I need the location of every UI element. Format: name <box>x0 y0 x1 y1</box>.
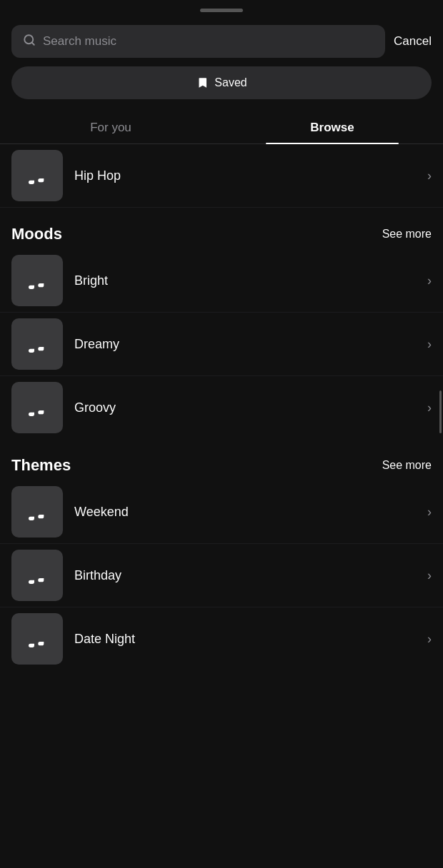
music-note-icon <box>26 500 49 523</box>
theme-label-date-night: Date Night <box>63 632 427 647</box>
chevron-right-icon: › <box>427 400 432 415</box>
genre-item-hip-hop[interactable]: Hip Hop › <box>0 144 443 208</box>
mood-label-dreamy: Dreamy <box>63 337 427 352</box>
genre-label-hip-hop: Hip Hop <box>63 168 427 183</box>
moods-see-more-button[interactable]: See more <box>382 228 432 241</box>
search-input-wrapper[interactable]: Search music <box>11 25 385 58</box>
theme-item-date-night[interactable]: Date Night › <box>0 607 443 670</box>
cancel-button[interactable]: Cancel <box>394 34 432 49</box>
chevron-right-icon: › <box>427 632 432 647</box>
music-note-icon <box>26 269 49 292</box>
music-note-icon <box>26 396 49 419</box>
search-icon <box>23 34 36 49</box>
themes-title: Themes <box>11 456 71 475</box>
saved-button-label: Saved <box>214 76 247 89</box>
saved-button[interactable]: Saved <box>11 66 432 99</box>
tab-for-you[interactable]: For you <box>0 111 222 143</box>
music-thumb-dreamy <box>11 318 63 370</box>
theme-item-weekend[interactable]: Weekend › <box>0 480 443 544</box>
music-thumb-weekend <box>11 486 63 538</box>
theme-label-weekend: Weekend <box>63 505 427 520</box>
themes-list: Weekend › Birthday › Date Night › <box>0 480 443 670</box>
themes-section-header: Themes See more <box>0 439 443 480</box>
music-note-icon <box>26 333 49 355</box>
mood-item-groovy[interactable]: Groovy › <box>0 376 443 439</box>
chevron-right-icon: › <box>427 273 432 288</box>
music-note-icon <box>26 564 49 587</box>
mood-item-dreamy[interactable]: Dreamy › <box>0 313 443 376</box>
chevron-right-icon: › <box>427 337 432 352</box>
tab-browse[interactable]: Browse <box>222 111 443 143</box>
themes-see-more-button[interactable]: See more <box>382 459 432 472</box>
bookmark-icon <box>196 76 209 89</box>
chevron-right-icon: › <box>427 168 432 183</box>
chevron-right-icon: › <box>427 505 432 520</box>
moods-section-header: Moods See more <box>0 208 443 249</box>
music-note-icon <box>26 164 49 187</box>
music-thumb-hip-hop <box>11 150 63 201</box>
drag-handle <box>0 0 443 18</box>
music-note-icon <box>26 627 49 650</box>
mood-label-groovy: Groovy <box>63 400 427 415</box>
music-thumb-groovy <box>11 382 63 433</box>
music-thumb-birthday <box>11 550 63 601</box>
music-thumb-date-night <box>11 613 63 665</box>
theme-item-birthday[interactable]: Birthday › <box>0 544 443 607</box>
tabs-row: For you Browse <box>0 111 443 144</box>
svg-line-1 <box>31 42 34 44</box>
mood-label-bright: Bright <box>63 273 427 288</box>
chevron-right-icon: › <box>427 568 432 583</box>
search-bar-row: Search music Cancel <box>0 18 443 66</box>
moods-title: Moods <box>11 225 62 243</box>
mood-item-bright[interactable]: Bright › <box>0 249 443 313</box>
search-placeholder: Search music <box>43 34 116 49</box>
scrollbar-track[interactable] <box>439 390 442 433</box>
moods-list: Bright › Dreamy › Groovy › <box>0 249 443 439</box>
music-thumb-bright <box>11 255 63 306</box>
theme-label-birthday: Birthday <box>63 568 427 583</box>
